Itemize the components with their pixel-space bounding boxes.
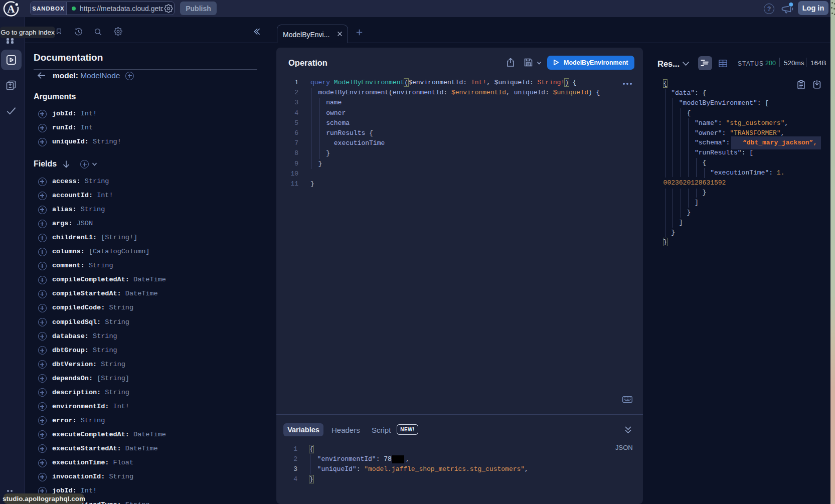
svg-text:A: A <box>7 3 15 15</box>
